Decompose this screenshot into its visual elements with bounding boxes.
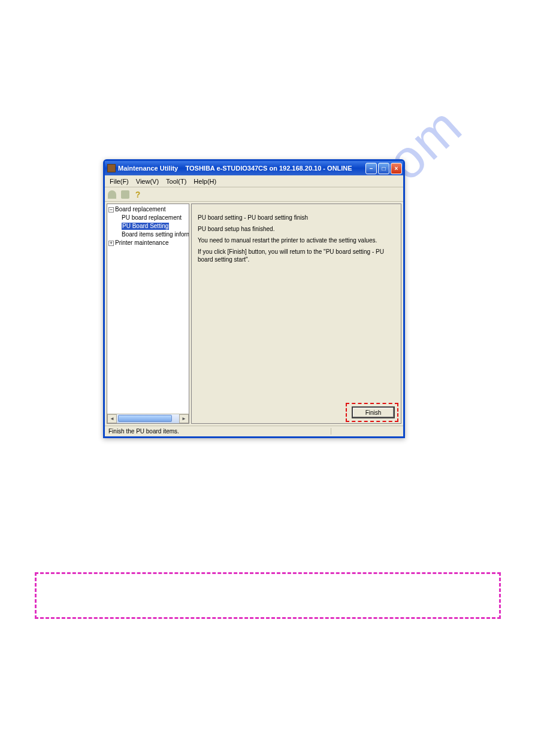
app-window: Maintenance Utility TOSHIBA e-STUDIO347C… <box>103 159 405 438</box>
scroll-left-button[interactable]: ◄ <box>107 414 117 423</box>
window-controls: – □ × <box>365 163 402 174</box>
scroll-right-button[interactable]: ► <box>179 414 189 423</box>
annotation-dashed-box <box>35 572 501 619</box>
tree-expand-icon[interactable]: + <box>108 241 114 246</box>
tree-node-board-replacement[interactable]: − Board replacement <box>108 205 188 214</box>
maximize-button[interactable]: □ <box>378 163 389 174</box>
app-icon <box>107 164 116 172</box>
tree-body: − Board replacement PU board replacement… <box>107 204 189 414</box>
window-title: Maintenance Utility TOSHIBA e-STUDIO347C… <box>118 165 365 172</box>
tree-pane: − Board replacement PU board replacement… <box>107 204 189 424</box>
tree-horizontal-scrollbar[interactable]: ◄ ► <box>107 414 189 423</box>
person-icon[interactable] <box>107 190 117 199</box>
tree-node-board-items-setting[interactable]: Board items setting informa <box>108 230 188 239</box>
statusbar: Finish the PU board items. <box>105 426 403 436</box>
tree-label: Board replacement <box>115 206 166 213</box>
scroll-thumb[interactable] <box>118 415 172 422</box>
content-line1: PU board setup has finished. <box>198 225 395 233</box>
titlebar[interactable]: Maintenance Utility TOSHIBA e-STUDIO347C… <box>105 161 403 175</box>
menubar: File(F) View(V) Tool(T) Help(H) <box>105 175 403 187</box>
tree-collapse-icon[interactable]: − <box>108 207 114 212</box>
tree-label: Board items setting informa <box>122 231 189 238</box>
tree-node-pu-board-replacement[interactable]: PU board replacement <box>108 214 188 222</box>
window-title-suffix: TOSHIBA e-STUDIO347CS on 192.168.20.10 -… <box>185 165 352 172</box>
content-pane: PU board setting - PU board setting fini… <box>191 204 401 424</box>
menu-tool[interactable]: Tool(T) <box>162 177 190 186</box>
tree-node-pu-board-setting[interactable]: PU Board Setting <box>108 222 188 230</box>
gear-icon[interactable] <box>120 190 130 199</box>
tree-label-selected: PU Board Setting <box>122 223 169 230</box>
help-icon[interactable]: ? <box>134 190 142 199</box>
app-name: Maintenance Utility <box>118 165 178 172</box>
statusbar-text: Finish the PU board items. <box>107 428 331 435</box>
menu-view[interactable]: View(V) <box>132 177 162 186</box>
tree-label: Printer maintenance <box>115 239 169 247</box>
content-line2: You need to manual restart the printer t… <box>198 236 395 244</box>
close-button[interactable]: × <box>391 163 402 174</box>
minimize-button[interactable]: – <box>365 163 377 174</box>
content-heading: PU board setting - PU board setting fini… <box>198 214 395 221</box>
menu-file[interactable]: File(F) <box>106 177 132 186</box>
menu-help[interactable]: Help(H) <box>190 177 220 186</box>
tree-label: PU board replacement <box>122 214 182 221</box>
toolbar: ? <box>105 187 403 202</box>
content-line3: If you click [Finish] button, you will r… <box>198 248 395 263</box>
client-area: − Board replacement PU board replacement… <box>105 202 403 426</box>
finish-button[interactable]: Finish <box>352 406 395 418</box>
tree-node-printer-maintenance[interactable]: + Printer maintenance <box>108 239 188 247</box>
scroll-track[interactable] <box>117 414 179 423</box>
